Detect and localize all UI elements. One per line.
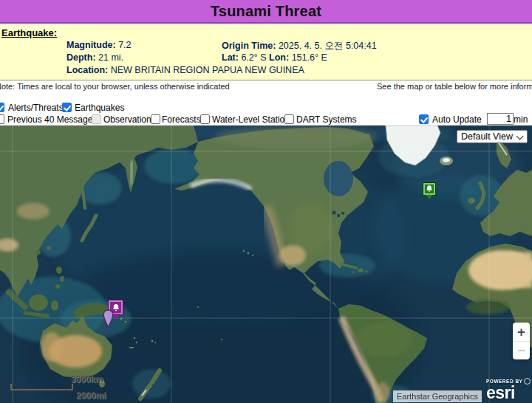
label-forecasts: Forecasts: [162, 114, 201, 125]
checkbox-dart-systems[interactable]: [284, 114, 294, 124]
checkbox-observations[interactable]: [92, 114, 101, 124]
scale-km-label: 3000km: [71, 374, 103, 385]
bell-icon: [425, 185, 434, 193]
label-previous-40-messages: Previous 40 Messages: [7, 114, 97, 125]
page-title: Tsunami Threat: [211, 3, 321, 20]
map-basemap: [0, 125, 532, 403]
filter-row-2: Previous 40 Messages Observations Foreca…: [0, 114, 532, 125]
checkbox-previous-40-messages[interactable]: [0, 114, 4, 124]
view-select[interactable]: Default View: [457, 130, 528, 143]
earthquake-section-label: Earthquake:: [1, 27, 57, 38]
depth-field: Depth: 21 mi.: [66, 52, 123, 63]
scale-bar-line: [10, 384, 73, 390]
label-observations: Observations: [103, 114, 156, 125]
label-dart-systems: DART Systems: [296, 114, 357, 125]
lat-lon-field: Lat: 6.2° S Lon: 151.6° E: [222, 52, 327, 63]
zoom-in-button[interactable]: +: [513, 323, 530, 341]
label-auto-update: Auto Update: [432, 114, 482, 125]
label-water-level-stations: Water-Level Stations: [212, 114, 294, 125]
magnitude-field: Magnitude: 7.2: [66, 40, 132, 50]
location-field: Location: NEW BRITAIN REGION PAPUA NEW G…: [66, 65, 304, 75]
label-earthquakes: Earthquakes: [75, 103, 124, 113]
label-alerts-threats: Alerts/Threats: [8, 103, 64, 113]
esri-logo: POWERED BY esri: [486, 378, 532, 401]
marker-pointer: [426, 195, 433, 199]
globe-icon: [524, 378, 531, 385]
checkbox-forecasts[interactable]: [151, 114, 160, 124]
scale-mi-label: 2000mi: [76, 390, 106, 401]
origin-time-field: Origin Time: 2025. 4. 5. 오전 5:04:41: [222, 40, 377, 52]
note-local-times: Note: Times are local to your browser, u…: [0, 82, 230, 91]
map-zoom-control: + −: [513, 323, 530, 359]
map-attribution: Earthstar Geographics: [393, 390, 482, 402]
chevron-down-icon: [517, 134, 523, 140]
zoom-out-button[interactable]: −: [513, 341, 530, 359]
esri-brand-text: esri: [486, 385, 532, 401]
checkbox-alerts-threats[interactable]: [0, 103, 4, 112]
note-see-map: See the map or table below for more info…: [377, 82, 532, 91]
epicenter-pin[interactable]: [102, 309, 115, 329]
checkbox-auto-update[interactable]: [419, 114, 429, 124]
checkbox-water-level-stations[interactable]: [200, 114, 210, 124]
world-map[interactable]: Default View + − 3000km 2000mi Earthstar…: [0, 125, 532, 403]
label-auto-update-unit: min: [514, 114, 528, 125]
station-marker-atlantic[interactable]: [423, 182, 436, 196]
page-header: Tsunami Threat: [0, 0, 532, 24]
checkbox-earthquakes[interactable]: [62, 103, 72, 112]
earthquake-info-panel: Earthquake: Magnitude: 7.2 Origin Time: …: [0, 24, 532, 80]
view-select-value: Default View: [461, 131, 513, 142]
filter-row-1: Alerts/Threats Earthquakes: [0, 103, 532, 113]
auto-update-minutes-input[interactable]: [487, 113, 514, 125]
